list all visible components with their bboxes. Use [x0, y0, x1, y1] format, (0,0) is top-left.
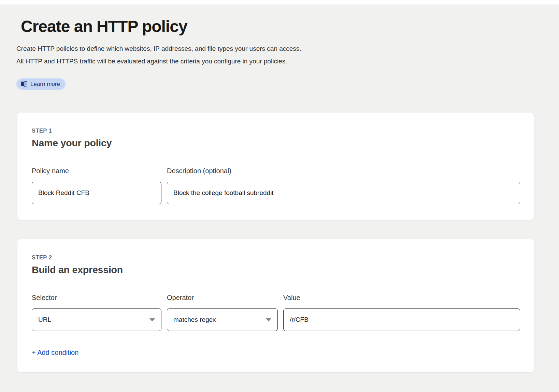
- step1-label: STEP 1: [32, 127, 520, 134]
- operator-dropdown[interactable]: matches regex: [167, 308, 278, 331]
- step2-heading: Build an expression: [32, 264, 520, 275]
- page-description-line2: All HTTP and HTTPS traffic will be evalu…: [16, 57, 534, 66]
- chevron-down-icon: [149, 318, 155, 321]
- add-condition-link[interactable]: + Add condition: [32, 349, 78, 357]
- top-strip: [0, 0, 559, 4]
- policy-name-label: Policy name: [32, 167, 161, 175]
- create-http-policy-page: Create an HTTP policy Create HTTP polici…: [0, 17, 559, 373]
- selector-label: Selector: [32, 294, 161, 302]
- value-label: Value: [283, 294, 520, 302]
- step2-label: STEP 2: [32, 254, 520, 261]
- chevron-down-icon: [266, 318, 271, 321]
- value-field-group: Value: [283, 294, 520, 331]
- step2-fields-row: Selector URL Operator matches regex Valu…: [32, 294, 520, 331]
- learn-more-button[interactable]: Learn more: [16, 78, 66, 90]
- operator-field-group: Operator matches regex: [167, 294, 278, 331]
- step1-fields-row: Policy name Description (optional): [32, 167, 520, 204]
- operator-label: Operator: [167, 294, 278, 302]
- selector-dropdown[interactable]: URL: [32, 308, 161, 331]
- description-label: Description (optional): [167, 167, 520, 175]
- description-input[interactable]: [167, 182, 520, 204]
- value-input[interactable]: [283, 308, 520, 331]
- learn-more-label: Learn more: [30, 81, 60, 88]
- operator-value: matches regex: [173, 316, 216, 323]
- step1-card: STEP 1 Name your policy Policy name Desc…: [17, 112, 534, 220]
- step1-heading: Name your policy: [32, 137, 520, 149]
- policy-name-field-group: Policy name: [32, 167, 161, 204]
- page-description-line1: Create HTTP policies to define which web…: [16, 44, 534, 54]
- book-icon: [21, 81, 27, 87]
- step2-card: STEP 2 Build an expression Selector URL …: [17, 239, 534, 373]
- policy-name-input[interactable]: [32, 182, 161, 204]
- selector-field-group: Selector URL: [32, 294, 161, 331]
- description-field-group: Description (optional): [167, 167, 520, 204]
- selector-value: URL: [38, 316, 51, 323]
- page-title: Create an HTTP policy: [21, 17, 534, 36]
